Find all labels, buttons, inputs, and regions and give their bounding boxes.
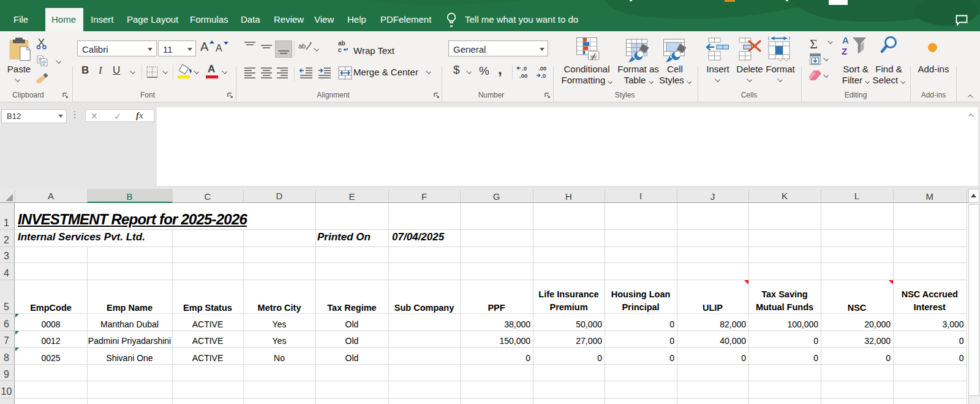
svg-text:.0: .0	[541, 72, 546, 79]
svg-text:c: c	[338, 47, 342, 53]
svg-text:ab: ab	[338, 40, 345, 47]
svg-text:.0: .0	[522, 65, 527, 72]
svg-text:.00: .00	[519, 72, 527, 79]
svg-text:.00: .00	[538, 65, 546, 72]
svg-text:ab: ab	[298, 42, 306, 50]
